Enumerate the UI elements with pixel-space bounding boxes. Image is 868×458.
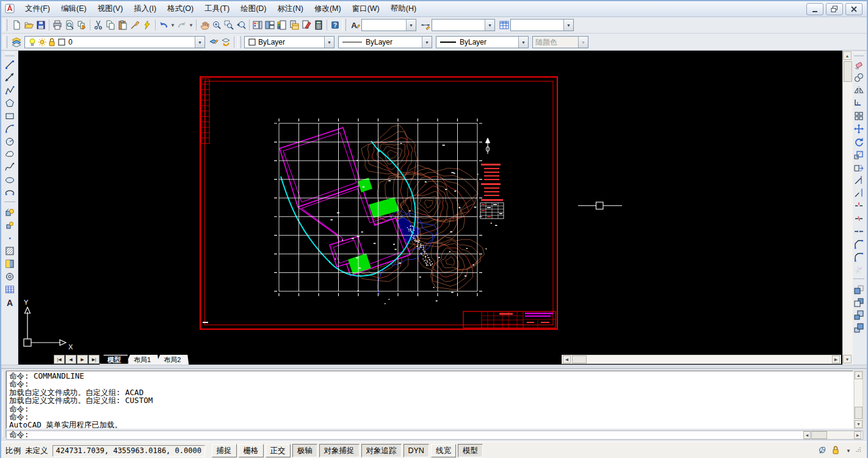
paste-button[interactable]	[117, 19, 129, 31]
scroll-up-button[interactable]: ▲	[843, 51, 852, 60]
menu-item[interactable]: 工具(T)	[199, 2, 235, 16]
app-icon[interactable]	[5, 4, 16, 15]
break-button[interactable]	[852, 212, 865, 225]
designcenter-button[interactable]	[264, 19, 276, 31]
tab-layout2[interactable]: 布局2	[156, 355, 189, 365]
explode-button[interactable]	[852, 263, 865, 276]
minimize-button[interactable]	[806, 3, 823, 15]
menu-item[interactable]: 文件(F)	[20, 2, 56, 16]
circle-button[interactable]	[3, 135, 16, 148]
markup-manager-button[interactable]	[300, 19, 313, 31]
chevron-down-icon[interactable]: ▼	[518, 37, 528, 48]
plot-preview-button[interactable]	[63, 19, 76, 31]
draworder-under-button[interactable]	[852, 321, 865, 334]
table-style-combo[interactable]: ▼	[510, 19, 574, 31]
menu-item[interactable]: 编辑(E)	[56, 2, 92, 16]
scroll-down-button[interactable]: ▼	[843, 355, 852, 363]
layer-combo[interactable]: 0 ▼	[24, 36, 205, 48]
tab-layout1[interactable]: 布局1	[126, 355, 159, 365]
make-layer-current-button[interactable]	[208, 36, 220, 48]
fillet-button[interactable]	[852, 250, 865, 263]
publish-button[interactable]	[76, 19, 88, 31]
copy-object-button[interactable]	[852, 71, 865, 84]
draworder-above-button[interactable]	[852, 308, 865, 321]
toolbar-grip[interactable]	[342, 19, 346, 31]
toggle-线宽[interactable]: 线宽	[431, 444, 456, 457]
point-button[interactable]	[3, 231, 16, 244]
polygon-button[interactable]	[3, 96, 16, 109]
restore-button[interactable]	[826, 3, 843, 15]
line-button[interactable]	[3, 58, 16, 71]
break-at-point-button[interactable]	[852, 199, 865, 212]
revcloud-button[interactable]	[3, 148, 16, 161]
vertical-scroll-thumb[interactable]	[844, 61, 852, 82]
toolbar-lock-icon[interactable]	[831, 445, 842, 456]
hatch-button[interactable]	[3, 244, 16, 257]
layer-freeze-icon[interactable]	[37, 37, 47, 47]
layer-lock-icon[interactable]	[47, 37, 57, 47]
plot-button[interactable]	[51, 19, 63, 31]
mirror-button[interactable]	[852, 84, 865, 96]
scroll-right-button[interactable]: ▶	[832, 355, 840, 363]
array-button[interactable]	[852, 109, 865, 122]
toggle-对象捕捉[interactable]: 对象捕捉	[319, 444, 360, 457]
join-button[interactable]	[852, 225, 865, 238]
sheetset-manager-button[interactable]	[288, 19, 300, 31]
table-button[interactable]	[3, 283, 16, 296]
chevron-down-icon[interactable]: ▼	[563, 20, 573, 31]
make-block-button[interactable]	[3, 219, 16, 231]
coordinate-display[interactable]: 424731.7039, 4355963.0186, 0.0000	[52, 445, 205, 457]
toggle-极轴[interactable]: 极轴	[292, 444, 317, 457]
layer-on-icon[interactable]	[27, 37, 37, 47]
erase-button[interactable]	[852, 58, 865, 71]
scroll-left-button[interactable]: ◀	[563, 355, 571, 363]
menu-item[interactable]: 绘图(D)	[235, 2, 272, 16]
dim-style-combo[interactable]: ▼	[432, 19, 495, 31]
stretch-button[interactable]	[852, 161, 865, 173]
command-history[interactable]: 命令: COMMANDLINE命令:加载自定义文件成功。自定义组: ACAD加载…	[6, 371, 853, 429]
chevron-down-icon[interactable]: ▼	[170, 23, 176, 28]
toggle-DYN[interactable]: DYN	[403, 444, 429, 457]
scroll-right-button[interactable]: ▶	[854, 431, 861, 439]
match-properties-button[interactable]	[129, 19, 141, 31]
command-hscroll-thumb[interactable]	[811, 431, 827, 439]
menu-item[interactable]: 格式(O)	[162, 2, 199, 16]
toggle-栅格[interactable]: 栅格	[239, 444, 264, 457]
color-combo[interactable]: ByLayer ▼	[244, 36, 335, 48]
command-scroll-thumb[interactable]	[855, 407, 863, 419]
properties-button[interactable]	[251, 19, 264, 31]
toolbar-grip[interactable]	[5, 53, 15, 56]
menu-item[interactable]: 帮助(H)	[385, 2, 422, 16]
layer-color-swatch[interactable]	[57, 37, 67, 47]
undo-button[interactable]	[157, 19, 170, 31]
rotate-button[interactable]	[852, 135, 865, 148]
horizontal-scroll-thumb[interactable]	[572, 355, 587, 363]
tab-prev-button[interactable]: ◀	[65, 355, 76, 364]
tool-palettes-button[interactable]	[276, 19, 288, 31]
table-style-button[interactable]	[498, 19, 510, 31]
scroll-up-button[interactable]: ▲	[855, 371, 863, 379]
menu-item[interactable]: 窗口(W)	[347, 2, 385, 16]
linetype-combo[interactable]: ByLayer ▼	[338, 36, 432, 48]
menu-item[interactable]: 标注(N)	[272, 2, 309, 16]
cut-button[interactable]	[92, 19, 104, 31]
redo-button[interactable]	[176, 19, 188, 31]
toolbar-grip[interactable]	[4, 19, 7, 31]
extend-button[interactable]	[852, 186, 865, 199]
copy-button[interactable]	[104, 19, 117, 31]
insert-block-button[interactable]	[3, 206, 16, 219]
draworder-front-button[interactable]	[852, 283, 865, 296]
gradient-button[interactable]	[3, 257, 16, 270]
lineweight-combo[interactable]: ByLayer ▼	[436, 36, 529, 48]
layer-previous-button[interactable]	[220, 36, 232, 48]
scroll-down-button[interactable]: ▼	[855, 420, 863, 428]
toggle-模型[interactable]: 模型	[458, 444, 483, 457]
ellipse-arc-button[interactable]	[3, 186, 16, 199]
tray-chevron-down-icon[interactable]: ▼	[846, 448, 851, 454]
menu-item[interactable]: 视图(V)	[92, 2, 129, 16]
spline-button[interactable]	[3, 161, 16, 173]
chevron-down-icon[interactable]: ▼	[406, 20, 416, 31]
open-button[interactable]	[23, 19, 35, 31]
text-style-button[interactable]: A	[349, 19, 361, 31]
menu-item[interactable]: 修改(M)	[309, 2, 347, 16]
